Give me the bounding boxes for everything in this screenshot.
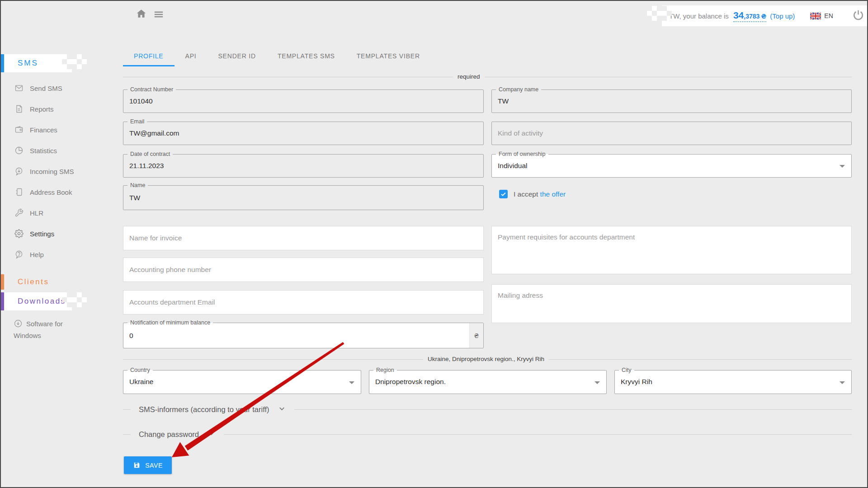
divider bbox=[123, 409, 131, 410]
sidebar-menu: Send SMS Reports Finances Statistics Inc… bbox=[1, 78, 109, 265]
dropdown-caret-icon bbox=[840, 165, 845, 170]
field-label: City bbox=[619, 367, 634, 374]
country-select[interactable]: Country Ukraine bbox=[123, 370, 361, 394]
sidebar-item-label: Statistics bbox=[30, 147, 57, 155]
tab-bar: PROFILE API SENDER ID TEMPLATES SMS TEMP… bbox=[123, 48, 431, 66]
divider bbox=[123, 434, 131, 435]
tab-sender-id[interactable]: SENDER ID bbox=[207, 48, 266, 66]
sidebar-item-label: Finances bbox=[30, 126, 57, 134]
field-value: Individual bbox=[492, 155, 851, 177]
field-label: Company name bbox=[496, 86, 541, 93]
main-content: PROFILE API SENDER ID TEMPLATES SMS TEMP… bbox=[123, 1, 852, 488]
field-value: Ukraine bbox=[123, 371, 361, 393]
contract-number-field[interactable]: Contract Number 101040 bbox=[123, 89, 484, 113]
accept-offer-row: I accept the offer bbox=[499, 190, 566, 198]
region-select[interactable]: Region Dnipropetrovsk region. bbox=[369, 370, 607, 394]
divider bbox=[224, 434, 852, 435]
pixel-decoration bbox=[72, 54, 92, 72]
sidebar-item-reports[interactable]: Reports bbox=[1, 99, 109, 119]
notification-min-balance-field[interactable]: Notification of minimum balance 0 ₴ bbox=[123, 323, 484, 348]
currency-suffix: ₴ bbox=[469, 323, 483, 348]
sidebar-section-label: Clients bbox=[18, 277, 49, 286]
tab-api[interactable]: API bbox=[175, 48, 208, 66]
sidebar-item-label: Address Book bbox=[30, 188, 72, 196]
sidebar-item-label: Incoming SMS bbox=[30, 168, 74, 175]
accept-offer-checkbox[interactable] bbox=[499, 190, 508, 198]
company-name-field[interactable]: Company name TW bbox=[491, 89, 852, 113]
sidebar-section-downloads[interactable]: Downloads bbox=[1, 292, 72, 310]
sidebar-item-settings[interactable]: Settings bbox=[1, 223, 109, 244]
sidebar-item-software-for-windows[interactable]: Software for Windows bbox=[1, 318, 72, 342]
sms-informers-toggle[interactable]: SMS-informers (according to your tariff) bbox=[123, 404, 852, 415]
city-select[interactable]: City Kryvyi Rih bbox=[614, 370, 852, 394]
location-divider: Ukraine, Dnipropetrovsk region., Kryvyi … bbox=[123, 359, 852, 360]
active-section-bar bbox=[1, 54, 4, 72]
field-label: Form of ownership bbox=[496, 151, 548, 158]
incoming-message-icon bbox=[14, 167, 24, 176]
change-password-toggle[interactable]: Change password bbox=[123, 429, 852, 440]
sidebar-item-statistics[interactable]: Statistics bbox=[1, 140, 109, 161]
accept-offer-label: I accept the offer bbox=[514, 190, 566, 198]
field-label: Notification of minimum balance bbox=[127, 319, 213, 326]
sidebar-item-label: Reports bbox=[30, 105, 54, 113]
dropdown-caret-icon bbox=[840, 381, 845, 387]
dropdown-caret-icon bbox=[349, 381, 354, 387]
download-icon bbox=[14, 319, 23, 328]
name-for-invoice-input[interactable]: Name for invoice bbox=[123, 226, 484, 250]
required-label: required bbox=[453, 73, 485, 80]
power-logout-icon[interactable] bbox=[852, 9, 864, 23]
sidebar-section-clients[interactable]: Clients bbox=[1, 274, 72, 290]
sms-informers-label: SMS-informers (according to your tariff) bbox=[139, 405, 269, 414]
tab-templates-sms[interactable]: TEMPLATES SMS bbox=[267, 48, 346, 66]
wallet-icon bbox=[14, 125, 24, 134]
accounts-department-email-input[interactable]: Accounts department Email bbox=[123, 290, 484, 314]
field-label: Name bbox=[127, 182, 148, 189]
name-field[interactable]: Name TW bbox=[123, 185, 484, 210]
chevron-down-icon bbox=[278, 404, 286, 415]
envelope-icon bbox=[14, 84, 24, 93]
field-value: 21.11.2023 bbox=[123, 155, 483, 177]
field-value: TW@gmail.com bbox=[123, 122, 483, 145]
sidebar-section-label: SMS bbox=[18, 59, 38, 68]
address-book-icon bbox=[14, 188, 24, 197]
mailing-address-textarea[interactable]: Mailing adress bbox=[491, 284, 852, 323]
sidebar-item-help[interactable]: Help bbox=[1, 244, 109, 265]
field-label: Contract Number bbox=[127, 86, 176, 93]
tab-templates-viber[interactable]: TEMPLATES VIBER bbox=[346, 48, 431, 66]
field-value: TW bbox=[123, 186, 483, 210]
sidebar-item-incoming-sms[interactable]: Incoming SMS bbox=[1, 161, 109, 182]
date-of-contract-field[interactable]: Date of contract 21.11.2023 bbox=[123, 154, 484, 178]
email-field[interactable]: Email TW@gmail.com bbox=[123, 122, 484, 145]
section-bar bbox=[1, 274, 4, 290]
tab-profile[interactable]: PROFILE bbox=[123, 48, 175, 66]
active-section-bar bbox=[1, 292, 4, 310]
sidebar-item-send-sms[interactable]: Send SMS bbox=[1, 78, 109, 99]
location-summary: Ukraine, Dnipropetrovsk region., Kryvyi … bbox=[423, 356, 549, 362]
field-value: 0 bbox=[123, 323, 483, 348]
change-password-label: Change password bbox=[139, 430, 199, 439]
form-of-ownership-select[interactable]: Form of ownership Individual bbox=[491, 154, 852, 178]
sidebar-item-label: Send SMS bbox=[30, 84, 62, 92]
sidebar-item-hlr[interactable]: HLR bbox=[1, 202, 109, 223]
payment-requisites-textarea[interactable]: Payment requisites for accounts departme… bbox=[491, 226, 852, 274]
sidebar-item-finances[interactable]: Finances bbox=[1, 119, 109, 140]
help-icon bbox=[14, 250, 24, 259]
pie-chart-icon bbox=[14, 146, 24, 155]
document-icon bbox=[14, 104, 24, 113]
sidebar-item-label: Settings bbox=[30, 230, 54, 238]
sidebar-item-label: HLR bbox=[30, 209, 43, 217]
field-label: Email bbox=[127, 118, 147, 125]
sidebar-item-address-book[interactable]: Address Book bbox=[1, 182, 109, 202]
save-button[interactable]: SAVE bbox=[124, 456, 172, 474]
accounting-phone-input[interactable]: Accounting phone number bbox=[123, 258, 484, 282]
kind-of-activity-field[interactable]: Kind of activity bbox=[491, 122, 852, 145]
sidebar-section-sms[interactable]: SMS bbox=[1, 54, 72, 72]
field-label: Country bbox=[127, 367, 153, 374]
offer-link[interactable]: the offer bbox=[540, 190, 566, 198]
field-value: TW bbox=[492, 90, 851, 113]
settings-profile-page: { "header": { "balance_prefix": "TW, you… bbox=[0, 0, 868, 488]
chevron-down-icon bbox=[207, 429, 216, 440]
field-value: Kryvyi Rih bbox=[615, 371, 851, 393]
save-button-label: SAVE bbox=[145, 462, 163, 469]
field-value: 101040 bbox=[123, 90, 483, 113]
